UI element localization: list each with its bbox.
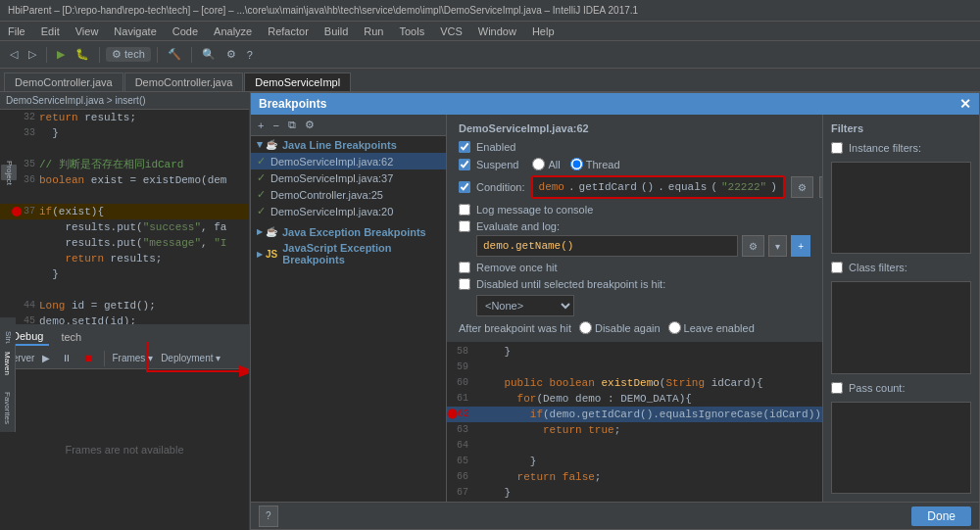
pass-count-checkbox[interactable] <box>831 382 843 394</box>
menu-build[interactable]: Build <box>320 25 352 37</box>
evaluate-checkbox[interactable] <box>459 220 470 232</box>
debug-resume-btn[interactable]: ▶ <box>38 351 54 365</box>
code-bottom-65: 65 } <box>447 454 822 469</box>
log-message-checkbox[interactable] <box>459 204 470 216</box>
leave-enabled-radio[interactable] <box>668 321 681 334</box>
debug-controls: Server ▶ ⏸ ⏹ Frames ▾ Deployment ▾ <box>0 348 249 369</box>
side-tab-favorites[interactable]: Favorites <box>0 383 16 432</box>
class-filter-checkbox[interactable] <box>831 262 843 273</box>
toolbar-forward-btn[interactable]: ▷ <box>24 46 40 63</box>
toolbar-debug-btn[interactable]: 🐛 <box>72 46 93 63</box>
enabled-checkbox[interactable] <box>459 141 470 153</box>
pass-count-input[interactable] <box>831 402 971 494</box>
code-bottom-panel: 58 } 59 60 public boolean existDemo(Stri… <box>447 342 822 502</box>
evaluate-settings-btn[interactable]: ⚙ <box>742 235 764 257</box>
breakpoints-tree-panel: + − ⧉ ⚙ ▾ ☕ Java Line Breakpoints ✓ Demo… <box>251 115 447 502</box>
code-bottom-lines: 58 } 59 60 public boolean existDemo(Stri… <box>447 342 822 502</box>
instance-filter-checkbox[interactable] <box>831 142 843 154</box>
radio-thread[interactable]: Thread <box>570 158 620 170</box>
code-line-41: return results; <box>0 251 249 266</box>
radio-all-input[interactable] <box>532 158 545 170</box>
code-line-42: } <box>0 266 249 282</box>
condition-input-box[interactable]: demo . getIdCard () . equals ( "22222" ) <box>531 175 785 199</box>
menu-tools[interactable]: Tools <box>395 25 428 37</box>
evaluate-dropdown-btn[interactable]: ▾ <box>768 235 787 257</box>
tree-java-exception-group[interactable]: ▸ ☕ Java Exception Breakpoints <box>251 223 446 240</box>
disabled-until-select[interactable]: <None> <box>476 295 574 316</box>
disabled-until-select-row: <None> <box>476 295 810 316</box>
menu-view[interactable]: View <box>72 25 103 37</box>
radio-thread-input[interactable] <box>570 158 583 170</box>
tree-expand-java-exception: ▸ <box>257 225 263 238</box>
tab-democontroller2[interactable]: DemoController.java <box>124 72 244 91</box>
leave-enabled-opt[interactable]: Leave enabled <box>668 321 755 334</box>
tree-js-exception-group[interactable]: ▸ JS JavaScript Exception Breakpoints <box>251 240 446 267</box>
class-filter-input[interactable] <box>831 281 971 373</box>
toolbar-help-btn[interactable]: ? <box>243 47 257 63</box>
menu-analyze[interactable]: Analyze <box>210 25 256 37</box>
toolbar-settings-btn[interactable]: ⚙ <box>222 46 240 63</box>
remove-once-checkbox[interactable] <box>459 262 470 273</box>
menu-file[interactable]: File <box>4 25 29 37</box>
suspend-checkbox[interactable] <box>459 159 470 170</box>
evaluate-input-row: demo.getName() ⚙ ▾ + <box>476 235 810 257</box>
tab-democontroller[interactable]: DemoController.java <box>4 72 123 91</box>
condition-method: getIdCard <box>579 181 637 193</box>
side-tab-maven[interactable]: Maven <box>0 344 16 383</box>
toolbar-run-btn[interactable]: ▶ <box>53 46 69 63</box>
menu-refactor[interactable]: Refactor <box>264 25 313 37</box>
done-btn[interactable]: Done <box>911 506 971 526</box>
class-filter-row: Class filters: <box>831 262 971 273</box>
instance-filter-row: Instance filters: <box>831 142 971 154</box>
tree-remove-btn[interactable]: − <box>270 119 281 132</box>
toolbar-make-btn[interactable]: 🔨 <box>164 46 185 63</box>
modal-footer: ? Done <box>251 502 979 529</box>
tree-item-20[interactable]: ✓ DemoServiceImpl.java:20 <box>251 203 446 219</box>
toolbar-back-btn[interactable]: ◁ <box>6 46 22 63</box>
menu-window[interactable]: Window <box>474 25 520 37</box>
side-icon-1[interactable]: Project <box>1 165 17 180</box>
menu-code[interactable]: Code <box>169 25 202 37</box>
condition-dot1: . <box>568 181 575 193</box>
toolbar-search-btn[interactable]: 🔍 <box>198 46 220 63</box>
toolbar-sep-4 <box>191 47 192 63</box>
tree-item-25[interactable]: ✓ DemoController.java:25 <box>251 186 446 203</box>
menu-vcs[interactable]: VCS <box>436 25 466 37</box>
toolbar-sep-2 <box>99 47 100 63</box>
tab-demoserviceimpl[interactable]: DemoServiceImpl <box>244 72 351 91</box>
menu-help[interactable]: Help <box>528 25 559 37</box>
side-icons-strip: Project <box>0 165 18 180</box>
tree-item-62[interactable]: ✓ DemoServiceImpl.java:62 <box>251 153 446 169</box>
condition-settings-btn[interactable]: ⚙ <box>791 176 813 198</box>
debug-stop-btn[interactable]: ⏹ <box>79 351 97 365</box>
breakpoints-modal: Breakpoints ✕ + − ⧉ ⚙ ▾ ☕ <box>250 92 980 530</box>
evaluate-label: Evaluate and log: <box>476 220 560 232</box>
menu-edit[interactable]: Edit <box>37 25 64 37</box>
condition-checkbox[interactable] <box>459 181 470 193</box>
debug-pause-btn[interactable]: ⏸ <box>58 351 75 365</box>
tree-add-btn[interactable]: + <box>255 119 267 132</box>
disable-again-opt[interactable]: Disable again <box>579 321 661 334</box>
help-btn[interactable]: ? <box>259 506 278 527</box>
disable-again-radio[interactable] <box>579 321 592 334</box>
instance-filter-input[interactable] <box>831 162 971 254</box>
evaluate-add-btn[interactable]: + <box>791 235 810 257</box>
tree-item-37[interactable]: ✓ DemoServiceImpl.java:37 <box>251 169 446 186</box>
tree-settings-btn[interactable]: ⚙ <box>302 118 318 132</box>
menu-navigate[interactable]: Navigate <box>110 25 160 37</box>
modal-close-btn[interactable]: ✕ <box>959 96 971 112</box>
radio-all[interactable]: All <box>532 158 560 170</box>
remove-once-row: Remove once hit <box>459 262 810 273</box>
debug-tab-tech[interactable]: tech <box>55 329 87 345</box>
toolbar-tag-tech[interactable]: ⚙ tech <box>106 47 151 62</box>
evaluate-input[interactable]: demo.getName() <box>476 235 738 257</box>
code-bottom-58: 58 } <box>447 344 822 360</box>
disabled-until-checkbox[interactable] <box>459 278 470 290</box>
filters-panel: Filters Instance filters: Class filters:… <box>822 115 979 502</box>
toolbar-sep-3 <box>157 47 158 63</box>
code-editor-top: DemoServiceImpl.java > insert() 32 retur… <box>0 92 249 324</box>
tree-java-line-group[interactable]: ▾ ☕ Java Line Breakpoints <box>251 136 446 153</box>
remove-once-label: Remove once hit <box>476 262 558 273</box>
tree-copy-btn[interactable]: ⧉ <box>285 118 299 132</box>
menu-run[interactable]: Run <box>360 25 387 37</box>
